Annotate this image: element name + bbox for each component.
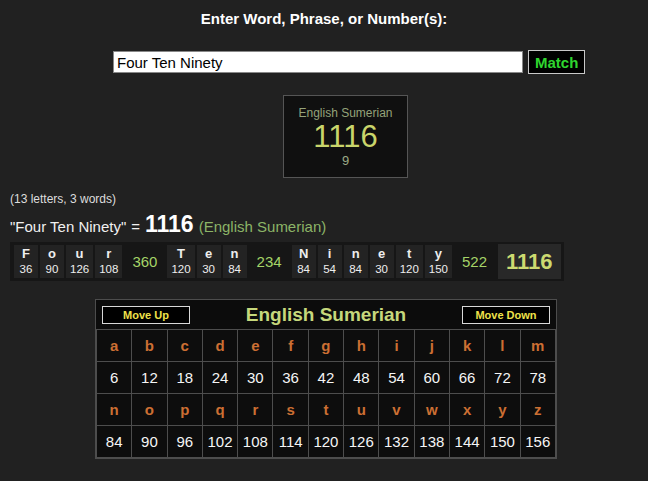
table-value-cell: 108 — [238, 426, 273, 458]
match-button[interactable]: Match — [528, 50, 585, 74]
breakdown-letter: N — [299, 246, 308, 262]
equation-cipher: (English Sumerian) — [199, 218, 327, 235]
breakdown-letter: n — [231, 246, 239, 262]
breakdown-letter-value: 84 — [349, 262, 362, 277]
table-value-cell: 54 — [379, 362, 414, 394]
table-letter-cell: x — [449, 394, 484, 426]
breakdown-letter-cell: y150 — [425, 245, 452, 278]
search-input[interactable] — [113, 51, 523, 73]
breakdown-word-sum: 360 — [123, 253, 166, 270]
breakdown-letter: e — [205, 246, 212, 262]
table-letter-row: nopqrstuvwxyz — [97, 394, 556, 426]
result-value: 1116 — [313, 121, 377, 153]
table-value-cell: 150 — [485, 426, 520, 458]
table-value-row: 849096102108114120126132138144150156 — [97, 426, 556, 458]
table-value-cell: 60 — [414, 362, 449, 394]
breakdown-letter-value: 120 — [171, 262, 190, 277]
table-letter-cell: n — [97, 394, 132, 426]
table-value-cell: 90 — [132, 426, 167, 458]
breakdown-letter-value: 30 — [202, 262, 215, 277]
table-value-row: 6121824303642485460667278 — [97, 362, 556, 394]
table-value-cell: 36 — [273, 362, 308, 394]
breakdown-letter-cell: t120 — [396, 245, 423, 278]
table-value-cell: 156 — [520, 426, 555, 458]
table-letter-cell: f — [273, 330, 308, 362]
breakdown-letter: T — [177, 246, 185, 262]
table-letter-cell: d — [202, 330, 237, 362]
breakdown-letter-value: 108 — [99, 262, 118, 277]
table-letter-cell: w — [414, 394, 449, 426]
breakdown-letter: n — [352, 246, 360, 262]
breakdown-word: N84i54n84e30t120y150 — [291, 244, 453, 279]
table-value-cell: 96 — [167, 426, 202, 458]
breakdown-letter: y — [435, 246, 442, 262]
table-value-cell: 84 — [97, 426, 132, 458]
breakdown-word-sum: 522 — [453, 253, 496, 270]
letters-words-count: (13 letters, 3 words) — [10, 192, 116, 206]
table-value-cell: 126 — [344, 426, 379, 458]
breakdown-letter-cell: e30 — [197, 245, 221, 278]
table-value-cell: 102 — [202, 426, 237, 458]
breakdown-letter-cell: F36 — [14, 245, 38, 278]
breakdown-letter-value: 84 — [228, 262, 241, 277]
table-value-cell: 42 — [308, 362, 343, 394]
table-value-cell: 48 — [344, 362, 379, 394]
table-letter-cell: k — [449, 330, 484, 362]
breakdown-letter: t — [407, 246, 411, 262]
table-value-cell: 72 — [485, 362, 520, 394]
equation-equals: = — [131, 218, 140, 235]
move-up-button[interactable]: Move Up — [102, 306, 190, 324]
breakdown-letter-cell: N84 — [292, 245, 316, 278]
page-title: Enter Word, Phrase, or Number(s): — [0, 10, 648, 27]
table-value-cell: 120 — [308, 426, 343, 458]
table-letter-cell: a — [97, 330, 132, 362]
table-letter-cell: t — [308, 394, 343, 426]
cipher-table: abcdefghijklm6121824303642485460667278no… — [96, 329, 556, 458]
table-letter-cell: r — [238, 394, 273, 426]
breakdown-total: 1116 — [498, 244, 561, 279]
table-value-cell: 138 — [414, 426, 449, 458]
equation-line: "Four Ten Ninety" = 1116 (English Sumeri… — [10, 211, 326, 238]
cipher-table-panel: Move Up English Sumerian Move Down abcde… — [95, 299, 557, 459]
table-value-cell: 6 — [97, 362, 132, 394]
breakdown-letter: o — [48, 246, 56, 262]
table-letter-cell: q — [202, 394, 237, 426]
breakdown-letter-cell: T120 — [167, 245, 194, 278]
breakdown-letter-value: 120 — [400, 262, 419, 277]
table-value-cell: 66 — [449, 362, 484, 394]
table-letter-cell: e — [238, 330, 273, 362]
search-row: Match — [113, 50, 585, 74]
table-letter-cell: o — [132, 394, 167, 426]
table-value-cell: 78 — [520, 362, 555, 394]
breakdown-letter-cell: u126 — [66, 245, 93, 278]
table-letter-cell: s — [273, 394, 308, 426]
table-letter-cell: u — [344, 394, 379, 426]
result-cipher-label: English Sumerian — [298, 106, 392, 120]
breakdown-letter-value: 30 — [375, 262, 388, 277]
table-value-cell: 24 — [202, 362, 237, 394]
breakdown-word: F36o90u126r108 — [13, 244, 123, 279]
table-value-cell: 12 — [132, 362, 167, 394]
cipher-table-header: Move Up English Sumerian Move Down — [96, 300, 556, 329]
table-value-cell: 18 — [167, 362, 202, 394]
cipher-table-body: abcdefghijklm6121824303642485460667278no… — [97, 330, 556, 458]
move-down-button[interactable]: Move Down — [462, 306, 550, 324]
breakdown-word: T120e30n84 — [166, 244, 247, 279]
breakdown-letter: i — [328, 246, 332, 262]
breakdown-letter: F — [22, 246, 30, 262]
table-letter-cell: v — [379, 394, 414, 426]
breakdown-letter-value: 36 — [20, 262, 33, 277]
breakdown-word-sum: 234 — [248, 253, 291, 270]
breakdown-letter: u — [76, 246, 84, 262]
equation-value: 1116 — [145, 211, 194, 238]
result-digit: 9 — [342, 153, 349, 168]
table-letter-cell: l — [485, 330, 520, 362]
table-value-cell: 114 — [273, 426, 308, 458]
table-value-cell: 132 — [379, 426, 414, 458]
result-box: English Sumerian 1116 9 — [283, 95, 408, 178]
table-letter-row: abcdefghijklm — [97, 330, 556, 362]
breakdown-letter-value: 84 — [297, 262, 310, 277]
table-letter-cell: m — [520, 330, 555, 362]
table-letter-cell: p — [167, 394, 202, 426]
table-letter-cell: y — [485, 394, 520, 426]
